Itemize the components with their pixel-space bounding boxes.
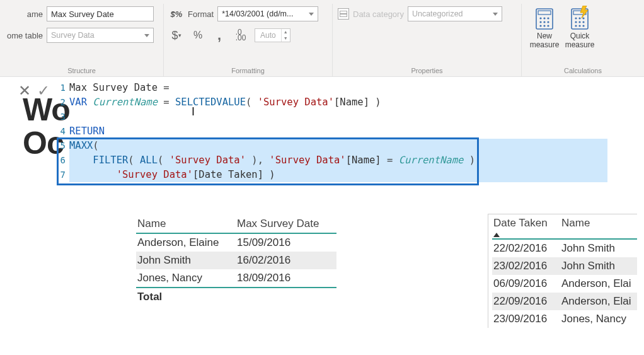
currency-button[interactable]: $ ▾ xyxy=(169,28,184,43)
svg-point-13 xyxy=(575,17,577,19)
svg-point-18 xyxy=(582,21,584,23)
source-table[interactable]: Date Taken Name 22/02/2016John Smith 23/… xyxy=(492,214,637,328)
thousands-button[interactable]: , xyxy=(212,28,227,43)
svg-point-10 xyxy=(547,25,549,26)
table-row[interactable]: 06/09/2016Anderson, Elai xyxy=(492,275,637,293)
quick-measure-label: Quick measure xyxy=(562,32,597,49)
col-header-date[interactable]: Max Survey Date xyxy=(236,214,336,233)
svg-point-8 xyxy=(539,25,541,26)
result-table[interactable]: Name Max Survey Date Anderson, Elaine15/… xyxy=(136,214,336,306)
home-table-label: ome table xyxy=(5,31,43,40)
measure-name-input[interactable] xyxy=(47,6,154,21)
svg-point-19 xyxy=(575,25,577,26)
source-table-wrap: Date Taken Name 22/02/2016John Smith 23/… xyxy=(488,214,637,328)
properties-group-label: Properties xyxy=(338,66,516,76)
table-row[interactable]: 22/09/2016Anderson, Elai xyxy=(492,293,637,310)
svg-point-4 xyxy=(547,17,549,19)
calculations-group-label: Calculations xyxy=(527,66,639,76)
svg-point-5 xyxy=(539,21,541,23)
ribbon-group-formatting: $% Format *14/03/2001 (dd/m... $ ▾ , .0.… xyxy=(164,4,333,76)
svg-point-9 xyxy=(543,25,545,26)
table-row[interactable]: Jones, Nancy18/09/2016 xyxy=(136,269,336,288)
svg-point-3 xyxy=(543,17,545,19)
svg-point-6 xyxy=(543,21,545,23)
svg-rect-1 xyxy=(538,11,551,15)
name-label: ame xyxy=(5,9,43,19)
format-select[interactable]: *14/03/2001 (dd/m... xyxy=(217,6,318,21)
home-table-value: Survey Data xyxy=(51,31,95,40)
line-number: 1 xyxy=(59,81,69,95)
line-number: 3 xyxy=(59,110,69,124)
line-number: 2 xyxy=(59,95,69,110)
table-row[interactable]: 22/02/2016John Smith xyxy=(492,239,637,257)
svg-point-20 xyxy=(578,25,580,26)
ribbon-group-structure: ame ome table Survey Data Structure xyxy=(0,4,164,76)
sort-asc-icon xyxy=(493,233,500,237)
dax-editor[interactable]: 1 Max Survey Date = 2 VAR CurrentName = … xyxy=(59,81,607,182)
new-measure-button[interactable]: New measure xyxy=(527,5,562,66)
col-header-name2[interactable]: Name xyxy=(560,214,637,239)
formula-bar-area: Wo Oc ✕ ✓ 1 Max Survey Date = 2 VAR Curr… xyxy=(0,77,644,182)
quick-measure-icon xyxy=(570,8,589,30)
formatting-group-label: Formatting xyxy=(169,66,327,76)
quick-measure-button[interactable]: Quick measure xyxy=(562,5,597,66)
line-number: 6 xyxy=(59,153,69,168)
data-category-icon xyxy=(338,8,349,20)
line-number: 5 xyxy=(59,139,69,153)
spinner-value: Auto xyxy=(255,31,281,40)
table-row[interactable]: 23/02/2016John Smith xyxy=(492,257,637,275)
svg-point-17 xyxy=(578,21,580,23)
table-row[interactable]: John Smith16/02/2016 xyxy=(136,252,336,269)
ribbon-group-calculations: New measure Quick measure xyxy=(522,4,644,76)
structure-group-label: Structure xyxy=(5,66,158,76)
format-value: *14/03/2001 (dd/m... xyxy=(222,9,293,18)
percent-button[interactable] xyxy=(190,28,205,43)
svg-point-7 xyxy=(547,21,549,23)
canvas-area: Name Max Survey Date Anderson, Elaine15/… xyxy=(0,182,644,328)
col-header-date-taken[interactable]: Date Taken xyxy=(492,214,560,239)
decimal-button[interactable]: .0.00 xyxy=(233,28,248,43)
table-row[interactable]: 23/09/2016Jones, Nancy xyxy=(492,310,637,328)
ribbon-group-properties: Data category Uncategorized Properties xyxy=(333,4,522,76)
data-category-select[interactable]: Uncategorized xyxy=(408,6,502,21)
table-row[interactable]: Anderson, Elaine15/09/2016 xyxy=(136,233,336,252)
svg-point-21 xyxy=(582,25,584,26)
format-symbol-icon: $% xyxy=(169,6,184,21)
decimal-spinner[interactable]: Auto ▲▼ xyxy=(255,28,290,42)
home-table-select[interactable]: Survey Data xyxy=(47,28,154,43)
svg-point-16 xyxy=(575,21,577,23)
line-number: 4 xyxy=(59,124,69,139)
calculator-icon xyxy=(535,8,554,30)
data-category-label: Data category xyxy=(353,9,404,19)
format-label: Format xyxy=(188,9,214,19)
line-number: 7 xyxy=(59,168,69,182)
ribbon: ame ome table Survey Data Structure $% F… xyxy=(0,0,644,77)
new-measure-label: New measure xyxy=(527,32,562,49)
total-row: Total xyxy=(136,288,336,306)
col-header-name[interactable]: Name xyxy=(136,214,236,233)
data-category-value: Uncategorized xyxy=(412,9,463,18)
svg-point-2 xyxy=(539,17,541,19)
